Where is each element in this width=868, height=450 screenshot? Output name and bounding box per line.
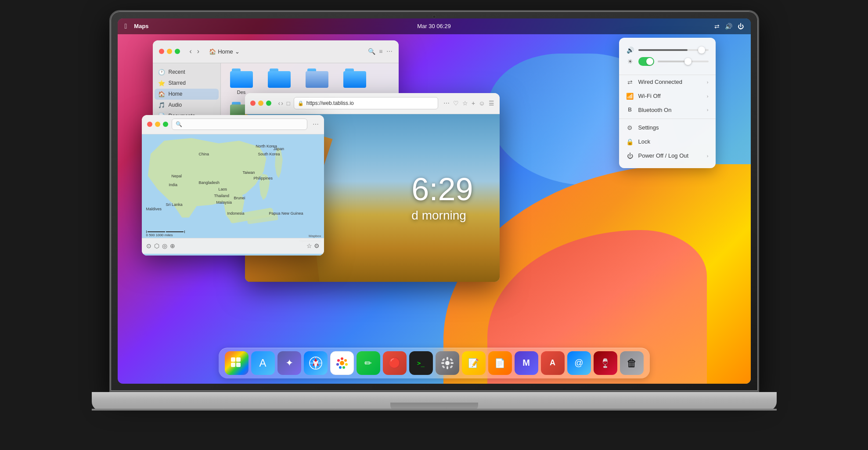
popup-wired-connected[interactable]: ⇄ Wired Connected ›	[619, 75, 716, 89]
dock-app-pages[interactable]: 📄	[488, 351, 512, 375]
emoji-btn[interactable]: ☺	[479, 100, 485, 107]
label-china: China	[199, 152, 209, 156]
svg-point-10	[341, 357, 343, 360]
svg-rect-0	[231, 357, 235, 362]
finder-minimize-btn[interactable]	[167, 49, 172, 54]
svg-point-16	[337, 359, 340, 362]
connection-icon[interactable]: ⇄	[714, 23, 720, 30]
browser-url-bar[interactable]: 🔒 https://web.tabliss.io	[294, 97, 438, 109]
dock-app-email[interactable]: @	[567, 351, 591, 375]
brightness-toggle-row	[638, 57, 709, 66]
maps-close-btn[interactable]	[147, 122, 152, 127]
menubar-right: ⇄ 🔊 ⏻	[714, 23, 744, 30]
popup-power-off[interactable]: ⏻ Power Off / Log Out ›	[619, 149, 716, 163]
dock-app-terminal[interactable]: >_	[409, 351, 433, 375]
dock-app-acrobat[interactable]: A	[541, 351, 565, 375]
map-share-btn[interactable]: ⚙	[314, 242, 320, 249]
bookmark-icon[interactable]: ♡	[453, 100, 459, 107]
sidebar-item-home[interactable]: 🏠 Home	[155, 89, 219, 100]
reader-view-icon[interactable]: □	[287, 100, 290, 107]
finder-close-btn[interactable]	[159, 49, 164, 54]
browser-forward-btn[interactable]: ›	[281, 100, 283, 107]
finder-view-options[interactable]: ≡	[379, 48, 382, 55]
dock-app-trash[interactable]: 🗑	[620, 351, 644, 375]
menubar-datetime: Mar 30 06:29	[417, 23, 451, 29]
laptop-base	[92, 392, 777, 410]
brightness-toggle[interactable]	[638, 57, 654, 66]
browser-back-btn[interactable]: ‹	[278, 100, 281, 107]
map-compass-btn[interactable]: ◎	[162, 242, 167, 249]
browser-new-tab-btn[interactable]: +	[472, 100, 475, 107]
label-japan: Japan	[274, 147, 285, 151]
sidebar-item-recent[interactable]: 🕐 Recent	[153, 67, 220, 78]
clock-overlay: 6:29 d morning	[411, 173, 473, 223]
browser-close-btn[interactable]	[250, 101, 256, 106]
map-layers-btn[interactable]: ⬡	[154, 242, 159, 249]
browser-zoom-btn[interactable]	[266, 101, 271, 106]
browser-more-btn[interactable]: ⋯	[443, 100, 450, 107]
folder-4[interactable]	[339, 68, 370, 95]
power-icon[interactable]: ⏻	[738, 23, 744, 30]
dock-app-wine[interactable]: 🍷	[594, 351, 617, 375]
browser-minimize-btn[interactable]	[258, 101, 263, 106]
maps-more-btn[interactable]: ⋯	[313, 121, 319, 128]
dock-app-mastodon[interactable]: M	[515, 351, 538, 375]
brightness-slider[interactable]	[658, 61, 709, 62]
popup-lock[interactable]: 🔒 Lock	[619, 135, 716, 149]
finder-traffic-lights	[159, 49, 180, 54]
label-nepal: Nepal	[172, 174, 182, 178]
dock-app-popclip[interactable]: ✦	[277, 351, 301, 375]
dock-app-serpent[interactable]: 🔴	[383, 351, 407, 375]
sidebar-item-starred-label: Starred	[169, 80, 186, 86]
finder-zoom-btn[interactable]	[175, 49, 180, 54]
maps-minimize-btn[interactable]	[155, 122, 160, 127]
power-off-icon: ⏻	[626, 152, 634, 159]
active-app-name[interactable]: Maps	[134, 23, 148, 29]
map-location-btn[interactable]: ⊙	[146, 242, 151, 249]
map-zoom-in-btn[interactable]: ⊕	[170, 242, 175, 249]
maps-zoom-btn[interactable]	[163, 122, 168, 127]
folder-3[interactable]	[302, 68, 332, 95]
finder-dropdown-icon[interactable]: ⌄	[235, 48, 240, 55]
folder-desktop[interactable]: Des	[226, 68, 257, 95]
screen-bezel:  Maps Mar 30 06:29 ⇄ 🔊 ⏻	[109, 10, 759, 392]
brightness-slider-row: ☀	[626, 57, 709, 66]
sidebar-item-recent-label: Recent	[169, 69, 185, 75]
maps-search-bar[interactable]: 🔍	[172, 119, 307, 130]
volume-slider-row: 🔊	[626, 47, 709, 54]
volume-icon[interactable]: 🔊	[725, 23, 732, 30]
svg-rect-2	[231, 363, 235, 367]
dock-app-photos[interactable]	[330, 351, 354, 375]
popup-settings[interactable]: ⚙ Settings	[619, 121, 716, 135]
finder-more-options[interactable]: ⋯	[386, 48, 393, 55]
dock-app-notegreen[interactable]: ✏	[357, 351, 380, 375]
popup-bluetooth-on[interactable]: B Bluetooth On ›	[619, 103, 716, 117]
volume-slider[interactable]	[638, 49, 709, 51]
laptop:  Maps Mar 30 06:29 ⇄ 🔊 ⏻	[92, 10, 777, 440]
recent-icon: 🕐	[158, 69, 165, 76]
dock-app-safari[interactable]	[304, 351, 328, 375]
dock-app-store[interactable]: A	[251, 351, 275, 375]
maps-toolbar: 🔍 ⋯	[142, 115, 324, 134]
finder-forward-btn[interactable]: ›	[195, 47, 201, 56]
label-philippines: Philippines	[254, 176, 273, 180]
svg-point-9	[340, 361, 344, 365]
home-icon: 🏠	[209, 48, 216, 55]
wifi-arrow: ›	[707, 94, 709, 99]
browser-star-btn[interactable]: ☆	[462, 100, 468, 107]
apple-menu-icon[interactable]: 	[125, 22, 127, 30]
browser-nav-btns: ‹ ›	[278, 100, 283, 107]
browser-menu-btn[interactable]: ☰	[489, 100, 494, 107]
finder-back-btn[interactable]: ‹	[188, 47, 194, 56]
sidebar-item-audio[interactable]: 🎵 Audio	[153, 100, 220, 111]
sidebar-item-starred[interactable]: ⭐ Starred	[153, 78, 220, 89]
popup-wifi-off[interactable]: 📶 Wi-Fi Off ›	[619, 89, 716, 103]
popup-divider-1	[619, 119, 716, 119]
svg-point-12	[345, 363, 348, 366]
settings-icon: ⚙	[626, 124, 634, 131]
dock-app-notes[interactable]: 📝	[462, 351, 486, 375]
folder-2[interactable]	[264, 68, 295, 95]
dock-app-syspref[interactable]	[436, 351, 459, 375]
dock-app-launchpad[interactable]	[225, 351, 249, 375]
map-bookmark-btn[interactable]: ☆	[306, 242, 312, 249]
